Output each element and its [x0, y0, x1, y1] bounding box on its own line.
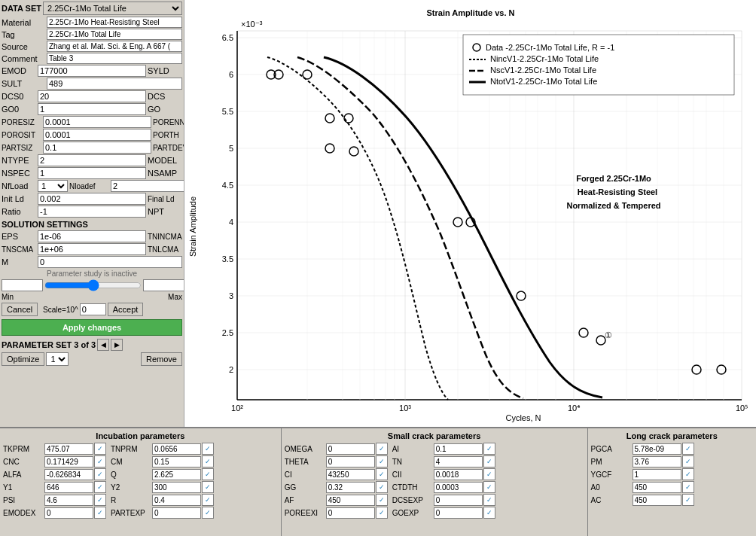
long-crack-row: PGCA✓ — [591, 443, 753, 455]
long-crack-label: YGCF — [591, 471, 633, 479]
go0-input[interactable] — [38, 103, 146, 115]
bottom-param-input2[interactable] — [434, 443, 483, 455]
bottom-param-label2: CM — [111, 458, 152, 466]
poresiz-input[interactable] — [43, 116, 151, 128]
bottom-param-input[interactable] — [326, 507, 375, 519]
dcs0-input[interactable] — [38, 90, 146, 102]
optimize-num-select[interactable]: 1 — [46, 352, 69, 366]
bottom-param-input2[interactable] — [152, 469, 201, 480]
bottom-param-input2[interactable] — [152, 482, 201, 493]
bottom-param-input[interactable] — [44, 482, 93, 493]
bottom-param-input[interactable] — [326, 443, 375, 455]
bottom-param-check2[interactable]: ✓ — [202, 468, 214, 480]
bottom-param-check[interactable]: ✓ — [376, 494, 388, 506]
nspec-input[interactable] — [38, 167, 146, 179]
bottom-param-check[interactable]: ✓ — [94, 494, 106, 506]
bottom-param-check[interactable]: ✓ — [94, 443, 106, 455]
bottom-param-check2[interactable]: ✓ — [202, 443, 214, 455]
tag-input[interactable] — [47, 29, 182, 40]
bottom-param-input[interactable] — [44, 469, 93, 480]
sult-input[interactable] — [47, 78, 182, 90]
nfload-select[interactable]: 1 — [38, 180, 68, 192]
nloadef-input[interactable] — [111, 180, 184, 192]
bottom-param-check[interactable]: ✓ — [376, 455, 388, 467]
bottom-param-input2[interactable] — [434, 507, 483, 519]
accept-button[interactable]: Accept — [108, 303, 144, 316]
bottom-param-input2[interactable] — [434, 482, 483, 493]
long-crack-check[interactable]: ✓ — [682, 494, 694, 506]
bottom-param-input[interactable] — [326, 495, 375, 506]
param-min-input[interactable] — [2, 279, 43, 291]
m-input[interactable] — [38, 256, 182, 268]
ratio-input[interactable] — [38, 206, 146, 218]
bottom-param-input[interactable] — [326, 456, 375, 467]
bottom-param-check2[interactable]: ✓ — [483, 443, 495, 455]
long-crack-input[interactable] — [633, 482, 681, 493]
go0-label: GO0 — [2, 105, 38, 114]
scale-row: Cancel Scale=10^ Accept — [2, 303, 182, 316]
bottom-param-input2[interactable] — [434, 469, 483, 480]
comment-input[interactable] — [47, 53, 182, 64]
bottom-param-input[interactable] — [44, 443, 93, 455]
bottom-param-check2[interactable]: ✓ — [483, 507, 495, 519]
optimize-button[interactable]: Optimize — [2, 352, 44, 366]
porosit-input[interactable] — [43, 129, 151, 141]
bottom-param-check2[interactable]: ✓ — [483, 468, 495, 480]
bottom-param-check[interactable]: ✓ — [376, 468, 388, 480]
bottom-param-check[interactable]: ✓ — [94, 481, 106, 493]
long-crack-input[interactable] — [633, 456, 681, 467]
bottom-param-check2[interactable]: ✓ — [483, 494, 495, 506]
bottom-param-check[interactable]: ✓ — [94, 455, 106, 467]
syld-label: SYLD — [148, 66, 184, 75]
svg-text:3.5: 3.5 — [222, 254, 233, 263]
initld-input[interactable] — [38, 193, 146, 205]
dataset-select[interactable]: 2.25Cr-1Mo Total Life — [43, 2, 182, 15]
cancel-button[interactable]: Cancel — [2, 303, 38, 316]
bottom-param-input[interactable] — [44, 507, 93, 519]
emod-input[interactable] — [38, 65, 146, 77]
param-max-input[interactable] — [143, 279, 184, 291]
apply-button[interactable]: Apply changes — [2, 319, 182, 336]
param-next-button[interactable]: ▶ — [111, 339, 123, 351]
bottom-param-input[interactable] — [326, 482, 375, 493]
tnscma-input[interactable] — [38, 243, 146, 255]
bottom-param-check2[interactable]: ✓ — [202, 507, 214, 519]
bottom-param-input2[interactable] — [434, 495, 483, 506]
bottom-param-check[interactable]: ✓ — [376, 507, 388, 519]
param-prev-button[interactable]: ◀ — [97, 339, 109, 351]
bottom-param-check2[interactable]: ✓ — [483, 481, 495, 493]
bottom-param-check[interactable]: ✓ — [376, 481, 388, 493]
long-crack-input[interactable] — [633, 443, 681, 455]
bottom-param-input[interactable] — [44, 495, 93, 506]
bottom-param-check[interactable]: ✓ — [94, 507, 106, 519]
remove-button[interactable]: Remove — [141, 352, 182, 366]
bottom-param-input2[interactable] — [152, 443, 201, 455]
bottom-param-check2[interactable]: ✓ — [483, 455, 495, 467]
long-crack-input[interactable] — [633, 469, 681, 480]
bottom-param-check[interactable]: ✓ — [376, 443, 388, 455]
material-input[interactable] — [47, 17, 182, 28]
scale-input[interactable] — [80, 303, 106, 315]
partsiz-input[interactable] — [43, 142, 151, 154]
dataset-header: DATA SET 2.25Cr-1Mo Total Life — [2, 2, 182, 15]
long-crack-check[interactable]: ✓ — [682, 455, 694, 467]
bottom-param-check2[interactable]: ✓ — [202, 481, 214, 493]
source-input[interactable] — [47, 41, 182, 52]
bottom-param-input[interactable] — [44, 456, 93, 467]
param-slider[interactable] — [44, 279, 142, 291]
bottom-param-label2: AI — [392, 445, 434, 453]
bottom-param-input2[interactable] — [152, 495, 201, 506]
long-crack-input[interactable] — [633, 495, 681, 506]
bottom-param-input2[interactable] — [434, 456, 483, 467]
bottom-param-input2[interactable] — [152, 456, 201, 467]
long-crack-check[interactable]: ✓ — [682, 481, 694, 493]
bottom-param-input[interactable] — [326, 469, 375, 480]
bottom-param-check[interactable]: ✓ — [94, 468, 106, 480]
eps-input[interactable] — [38, 230, 146, 242]
bottom-param-check2[interactable]: ✓ — [202, 494, 214, 506]
long-crack-check[interactable]: ✓ — [682, 443, 694, 455]
bottom-param-input2[interactable] — [152, 507, 201, 519]
long-crack-check[interactable]: ✓ — [682, 468, 694, 480]
ntype-input[interactable] — [38, 154, 146, 166]
bottom-param-check2[interactable]: ✓ — [202, 455, 214, 467]
